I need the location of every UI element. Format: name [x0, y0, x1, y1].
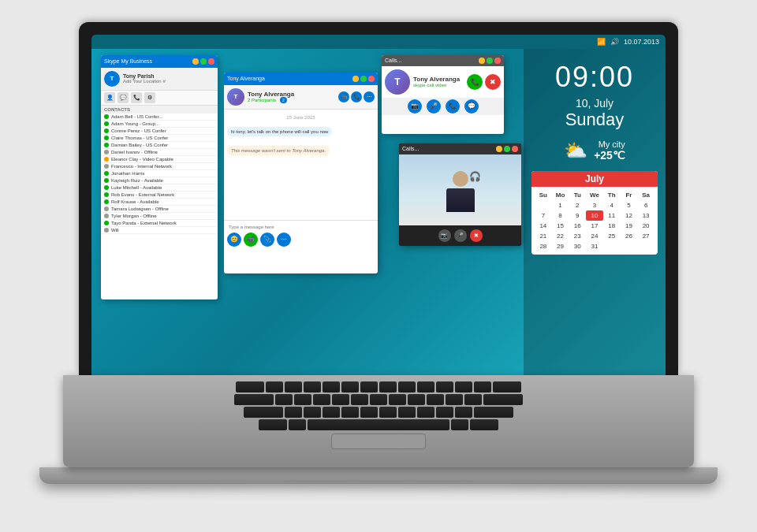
- cal-day-12[interactable]: 12: [621, 210, 638, 221]
- contact-item[interactable]: Francesco - Internal Network: [101, 163, 218, 170]
- key-z[interactable]: [285, 407, 302, 418]
- video-max-btn[interactable]: [504, 146, 510, 152]
- minimize-btn[interactable]: [192, 58, 199, 65]
- cal-day-3[interactable]: 3: [586, 200, 603, 210]
- cal-day-1[interactable]: 1: [552, 200, 569, 210]
- cal-day-9[interactable]: 9: [569, 210, 586, 221]
- cal-day-6[interactable]: 6: [637, 200, 654, 210]
- toolbar-settings-icon[interactable]: ⚙: [144, 92, 155, 103]
- key-r[interactable]: [323, 381, 340, 392]
- key-h[interactable]: [370, 394, 387, 405]
- key-shift-l[interactable]: [244, 407, 283, 418]
- key-j[interactable]: [389, 394, 406, 405]
- call-max-btn[interactable]: [487, 58, 493, 64]
- cal-day-29[interactable]: 29: [552, 241, 569, 251]
- cal-day-22[interactable]: 22: [552, 231, 569, 241]
- cal-day-19[interactable]: 19: [621, 221, 638, 231]
- key-f[interactable]: [332, 394, 349, 405]
- call-chat-icon[interactable]: 💬: [464, 99, 479, 113]
- chat-minimize-btn[interactable]: [352, 76, 359, 82]
- cal-day-25[interactable]: 25: [603, 231, 621, 241]
- key-comma[interactable]: [417, 407, 434, 418]
- key-ctrl-l[interactable]: [259, 419, 287, 430]
- cal-day-23[interactable]: 23: [569, 231, 586, 241]
- contact-item[interactable]: Kayleigh Ruiz - Available: [101, 177, 218, 184]
- key-p[interactable]: [436, 381, 453, 392]
- contact-item[interactable]: Connie Perez - US Confer: [101, 128, 218, 135]
- key-d[interactable]: [313, 394, 330, 405]
- key-y[interactable]: [360, 381, 378, 392]
- touchpad[interactable]: [331, 433, 426, 449]
- video-ctrl-mic[interactable]: 🎤: [454, 229, 467, 242]
- key-k[interactable]: [408, 394, 425, 405]
- key-ctrl-r[interactable]: [470, 419, 498, 430]
- cal-day-10-today[interactable]: 10: [586, 210, 603, 221]
- key-i[interactable]: [398, 381, 416, 392]
- close-btn[interactable]: [208, 58, 214, 65]
- toolbar-call-icon[interactable]: 📞: [131, 92, 142, 103]
- cal-day-16[interactable]: 16: [569, 221, 586, 231]
- chat-input-area[interactable]: 😊 📹 📎 ⋯: [224, 220, 378, 249]
- chat-more-btn[interactable]: ⋯: [364, 91, 375, 102]
- key-alt-r[interactable]: [451, 419, 468, 430]
- key-n[interactable]: [379, 407, 397, 418]
- key-q[interactable]: [266, 381, 283, 392]
- cal-day-26[interactable]: 26: [621, 231, 638, 241]
- contact-item[interactable]: Luke Mitchell - Available: [101, 184, 218, 192]
- contact-item[interactable]: Rolf Krause - Available: [101, 199, 218, 206]
- contact-item[interactable]: Tayo Panda - External Network: [101, 220, 218, 227]
- contact-item[interactable]: Will: [101, 227, 218, 234]
- video-ctrl-cam[interactable]: 📷: [438, 229, 451, 242]
- contact-item[interactable]: Tyler Morgan - Offline: [101, 213, 218, 220]
- maximize-btn[interactable]: [200, 58, 207, 65]
- key-slash[interactable]: [455, 407, 472, 418]
- chat-window[interactable]: Tony Alveranga T Tony Alveranga 2 Par: [224, 73, 378, 273]
- call-close-btn[interactable]: [494, 58, 501, 64]
- key-c[interactable]: [323, 407, 340, 418]
- call-cam-icon[interactable]: 📷: [408, 99, 422, 113]
- cal-day-24[interactable]: 24: [586, 231, 603, 241]
- chat-video-btn[interactable]: 📹: [338, 91, 349, 102]
- cal-day-28[interactable]: 28: [535, 241, 552, 251]
- key-u[interactable]: [379, 381, 397, 392]
- key-backspace[interactable]: [493, 381, 521, 392]
- cal-day-2[interactable]: 2: [569, 200, 586, 210]
- cal-day-13[interactable]: 13: [637, 210, 654, 221]
- key-bracket-r[interactable]: [474, 381, 491, 392]
- key-space[interactable]: [308, 419, 449, 430]
- key-v[interactable]: [341, 407, 359, 418]
- key-period[interactable]: [436, 407, 453, 418]
- video-close-btn[interactable]: [512, 146, 518, 152]
- call-phone-icon[interactable]: 📞: [446, 99, 460, 113]
- contact-item[interactable]: Tamara Ludwigsen - Offline: [101, 206, 218, 213]
- emoji-btn[interactable]: 😊: [227, 233, 241, 247]
- cal-day-15[interactable]: 15: [552, 221, 569, 231]
- key-b[interactable]: [360, 407, 378, 418]
- contact-item[interactable]: Claire Thomas - US Confer: [101, 135, 218, 142]
- cal-day-31[interactable]: 31: [586, 241, 603, 251]
- cal-day-20[interactable]: 20: [637, 221, 654, 231]
- key-bracket-l[interactable]: [455, 381, 472, 392]
- contact-item[interactable]: Damian Bailey - US Confer: [101, 142, 218, 149]
- video-ctrl-end[interactable]: ✖: [470, 229, 483, 242]
- chat-close-btn[interactable]: [368, 76, 375, 82]
- contact-item[interactable]: Adam Young - Group...: [101, 121, 218, 128]
- video-min-btn[interactable]: [496, 146, 502, 152]
- key-m[interactable]: [398, 407, 416, 418]
- key-o[interactable]: [417, 381, 434, 392]
- contact-item[interactable]: Eleanor Clay - Video Capable: [101, 156, 218, 163]
- chat-call-btn[interactable]: 📞: [351, 91, 362, 102]
- contact-item[interactable]: Daniel Ivanov - Offline: [101, 149, 218, 156]
- toolbar-contacts-icon[interactable]: 👤: [104, 92, 115, 103]
- accept-call-btn[interactable]: 📞: [467, 74, 483, 90]
- key-shift-r[interactable]: [474, 407, 513, 418]
- cal-day-4[interactable]: 4: [603, 200, 621, 210]
- call-mic-icon[interactable]: 🎤: [427, 99, 441, 113]
- cal-day-14[interactable]: 14: [535, 221, 552, 231]
- key-l[interactable]: [427, 394, 444, 405]
- call-min-btn[interactable]: [479, 58, 485, 64]
- key-caps[interactable]: [234, 394, 274, 405]
- key-s[interactable]: [294, 394, 311, 405]
- chat-maximize-btn[interactable]: [360, 76, 367, 82]
- contact-item[interactable]: Adam Bell - US Confer...: [101, 113, 218, 121]
